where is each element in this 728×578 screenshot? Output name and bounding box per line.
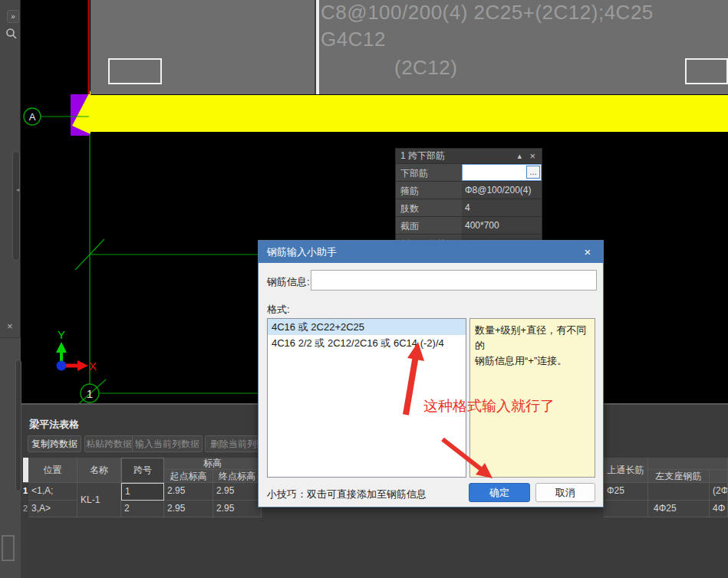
prop-label-section: 截面 (396, 217, 462, 234)
prop-label-legs: 肢数 (396, 199, 462, 216)
sidebar-scrollbar-thumb[interactable] (12, 151, 20, 261)
cell-next-2[interactable]: 4Φ (710, 501, 728, 517)
cell-start-elev-1[interactable]: 2.95 (164, 483, 213, 501)
cell-position-2[interactable]: 3,A> (28, 501, 77, 517)
ok-button[interactable]: 确定 (469, 483, 530, 502)
note-line-2: 钢筋信息用“+”连接。 (475, 355, 567, 366)
format-item-selected[interactable]: 4C16 或 2C22+2C25 (268, 319, 466, 335)
axis-bubble-a[interactable] (24, 108, 41, 125)
cancel-button[interactable]: 取消 (535, 483, 595, 502)
panel-close-icon[interactable]: × (529, 149, 535, 163)
prop-value-section[interactable]: 400*700 (462, 217, 542, 234)
col-header-start-elev[interactable]: 起点标高 (164, 470, 213, 483)
row-number-1[interactable]: 1 (23, 483, 28, 501)
collapse-arrow-icon[interactable]: ◂ (16, 186, 19, 193)
red-grid-line (88, 0, 91, 94)
sidebar-bottom-rect (2, 535, 15, 561)
rebar-info-input[interactable] (311, 270, 597, 291)
lower-scrollbar-thumb[interactable] (15, 360, 21, 491)
dialog-titlebar[interactable]: 钢筋输入小助手 × (259, 241, 603, 263)
prop-value-legs[interactable]: 4 (462, 199, 542, 216)
left-sidebar: » ◂ × (0, 0, 21, 578)
sidebar-expand-button[interactable]: » (7, 10, 19, 23)
beam-annotation-line1: C8@100/200(4) 2C25+(2C12);4C25 (321, 1, 654, 25)
dialog-title: 钢筋输入小助手 (267, 246, 337, 258)
cell-start-elev-2[interactable]: 2.95 (164, 501, 213, 517)
cell-left-support-2[interactable]: 4Φ25 (648, 501, 710, 517)
input-column-button[interactable]: 输入当前列数据 (132, 435, 203, 452)
dialog-close-icon[interactable]: × (580, 241, 595, 263)
col-header-name[interactable]: 名称 (77, 458, 121, 483)
cell-end-elev-2[interactable]: 2.95 (213, 501, 262, 517)
copy-span-button[interactable]: 复制跨数据 (28, 435, 81, 452)
rebar-info-label: 钢筋信息: (267, 275, 310, 289)
ellipsis-button[interactable]: … (526, 166, 540, 179)
rebar-assistant-dialog: 钢筋输入小助手 × 钢筋信息: 格式: 4C16 或 2C22+2C25 4C1… (258, 240, 604, 507)
dialog-tip-text: 小技巧：双击可直接添加至钢筋信息 (267, 488, 427, 501)
panel-collapse-icon[interactable]: ▴ (517, 149, 522, 163)
ucs-x-label: X (89, 360, 97, 373)
ucs-y-label: Y (58, 328, 65, 341)
col-header-position[interactable]: 位置 (28, 458, 77, 483)
cell-name-merged[interactable]: KL-1 (77, 483, 121, 517)
col-header-elevation-group[interactable]: 标高 (164, 458, 262, 470)
axis-bubble-1-label: 1 (87, 387, 93, 400)
table-panel-title: 梁平法表格 (29, 418, 79, 432)
sidebar-lower-panel (0, 337, 21, 578)
col-header-support-group[interactable] (648, 458, 728, 470)
span-properties-panel: 1 跨下部筋 ▴ × 下部筋 … 箍筋 Φ8@100/200(4) 肢数 4 截… (395, 148, 542, 244)
row-number-2[interactable]: 2 (23, 501, 28, 517)
prop-value-stirrup[interactable]: Φ8@100/200(4) (462, 182, 542, 199)
selected-beam[interactable] (89, 95, 728, 132)
col-header-left-support[interactable]: 左支座钢筋 (648, 470, 710, 483)
paste-span-button[interactable]: 粘贴跨数据 (84, 435, 133, 452)
prop-label-bottom-rebar: 下部筋 (396, 164, 462, 181)
col-header-span[interactable]: 跨号 (121, 458, 164, 483)
prop-label-stirrup: 箍筋 (396, 182, 462, 199)
drawing-rectangle-left (108, 58, 162, 84)
cell-end-elev-1[interactable]: 2.95 (213, 483, 262, 501)
cell-span-2[interactable]: 2 (121, 501, 164, 517)
axis-bubble-a-label: A (29, 111, 36, 123)
annotation-text: 这种格式输入就行了 (423, 396, 555, 416)
cell-position-1[interactable]: <1,A; (28, 483, 77, 501)
beam-annotation-line3: (2C12) (394, 56, 457, 80)
format-item[interactable]: 4C16 2/2 或 2C12/2C16 或 6C14 (-2)/4 (268, 335, 466, 351)
col-header-end-elev[interactable]: 终点标高 (213, 470, 262, 483)
sidebar-close-icon[interactable]: × (7, 320, 13, 332)
zoom-search-icon[interactable] (5, 28, 17, 40)
header-selection-strip (23, 458, 28, 483)
bottom-rebar-input[interactable]: … (462, 164, 542, 181)
col-header-clipped[interactable] (710, 470, 728, 483)
drawing-divider-line (316, 0, 319, 94)
application-window: C8@100/200(4) 2C25+(2C12);4C25 G4C12 (2C… (0, 0, 728, 578)
cell-top-through-2[interactable] (604, 501, 648, 517)
beam-annotation-line2: G4C12 (321, 28, 386, 51)
ucs-origin-dot (57, 361, 67, 371)
format-label: 格式: (267, 303, 290, 317)
note-line-1: 数量+级别+直径，有不同的 (475, 324, 586, 351)
drawing-rectangle-right (685, 58, 728, 84)
axis-bubble-1[interactable] (81, 384, 99, 402)
cell-left-support-1[interactable] (648, 483, 710, 501)
col-header-top-through[interactable]: 上通长筋 (604, 458, 648, 483)
cell-span-1-selected[interactable]: 1 (121, 483, 164, 501)
properties-panel-title: 1 跨下部筋 (400, 150, 445, 161)
properties-panel-titlebar[interactable]: 1 跨下部筋 ▴ × (396, 149, 542, 163)
cell-top-through-1[interactable]: Φ25 (604, 483, 648, 501)
ucs-icon: Y X (56, 328, 97, 373)
cell-next-1[interactable]: (2Φ (710, 483, 728, 501)
